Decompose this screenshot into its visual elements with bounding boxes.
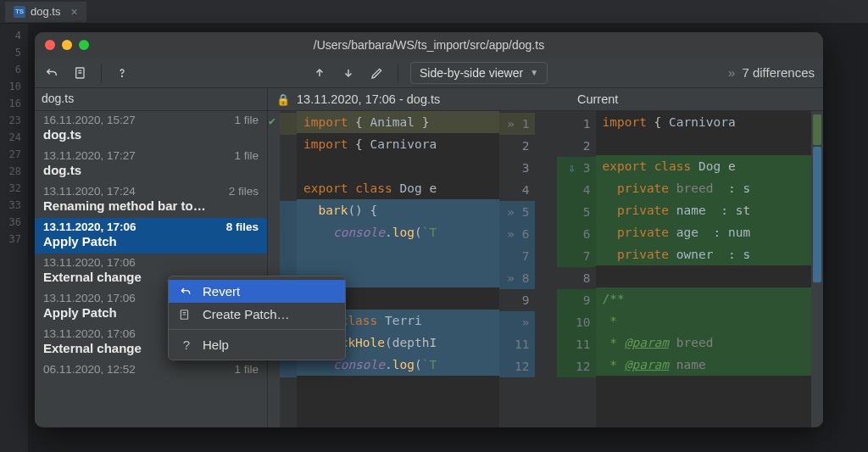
- context-revert[interactable]: Revert: [169, 280, 345, 303]
- next-diff-icon[interactable]: [340, 64, 357, 81]
- revert-icon: [179, 285, 194, 299]
- right-scroll-markers: [811, 111, 823, 427]
- dialog-title: /Users/barbara/WS/ts_import/src/app/dog.…: [35, 38, 823, 52]
- patch-icon: [179, 309, 194, 321]
- svg-point-1: [122, 75, 123, 76]
- history-sidebar: dog.ts 16.11.2020, 15:271 filedog.ts13.1…: [35, 88, 268, 427]
- diff-count: » 7 differences: [728, 65, 815, 80]
- create-patch-icon[interactable]: [72, 64, 89, 81]
- close-window-icon[interactable]: [45, 40, 55, 50]
- chevron-icon: »: [728, 65, 735, 80]
- maximize-window-icon[interactable]: [79, 40, 89, 50]
- history-header: dog.ts: [35, 88, 267, 111]
- history-item[interactable]: 06.11.2020, 12:521 file: [35, 360, 267, 381]
- history-item[interactable]: 16.11.2020, 15:271 filedog.ts: [35, 111, 267, 147]
- checkmark-icon: ✔: [268, 111, 280, 131]
- tab-filename: dog.ts: [31, 5, 60, 18]
- lock-icon: 🔒: [276, 93, 290, 106]
- left-marker-strip: ✔: [268, 111, 280, 427]
- history-item[interactable]: 13.11.2020, 17:068 filesApply Patch: [35, 218, 267, 254]
- diff-viewer: 🔒 13.11.2020, 17:06 - dog.ts Current ✔: [268, 88, 823, 427]
- help-icon[interactable]: [114, 64, 131, 81]
- editor-tab[interactable]: TS dog.ts ×: [5, 2, 86, 22]
- minimize-window-icon[interactable]: [62, 40, 72, 50]
- viewer-mode-label: Side-by-side viewer: [420, 66, 523, 80]
- context-create-patch[interactable]: Create Patch…: [169, 303, 345, 326]
- edit-icon[interactable]: [369, 64, 386, 81]
- window-controls: [45, 40, 89, 50]
- local-history-dialog: /Users/barbara/WS/ts_import/src/app/dog.…: [35, 32, 823, 427]
- editor-tab-bar: TS dog.ts ×: [0, 0, 868, 24]
- chevron-down-icon: ▼: [530, 68, 538, 77]
- revert-icon[interactable]: [43, 64, 60, 81]
- diff-left-pane[interactable]: import { Animal }import { Carnivoraexpor…: [280, 111, 535, 427]
- diff-left-header: 🔒 13.11.2020, 17:06 - dog.ts: [268, 88, 569, 110]
- dialog-titlebar[interactable]: /Users/barbara/WS/ts_import/src/app/dog.…: [35, 32, 823, 58]
- help-icon: ?: [179, 338, 194, 352]
- prev-diff-icon[interactable]: [311, 64, 328, 81]
- viewer-mode-select[interactable]: Side-by-side viewer ▼: [410, 62, 548, 84]
- dialog-toolbar: Side-by-side viewer ▼ » 7 differences: [35, 58, 823, 88]
- context-help[interactable]: ? Help: [169, 333, 345, 356]
- context-menu: Revert Create Patch… ? Help: [168, 276, 346, 360]
- diff-connector: [535, 111, 557, 427]
- history-item[interactable]: 13.11.2020, 17:242 filesRenaming method …: [35, 182, 267, 218]
- history-item[interactable]: 13.11.2020, 17:271 filedog.ts: [35, 147, 267, 182]
- diff-right-header: Current: [569, 88, 823, 110]
- editor-gutter: 45610162324272832333637: [0, 24, 29, 452]
- ts-file-icon: TS: [14, 6, 25, 18]
- diff-right-pane[interactable]: 12⇩ 3456789101112 import { Carnivoraexpo…: [557, 111, 812, 427]
- close-icon[interactable]: ×: [70, 5, 77, 19]
